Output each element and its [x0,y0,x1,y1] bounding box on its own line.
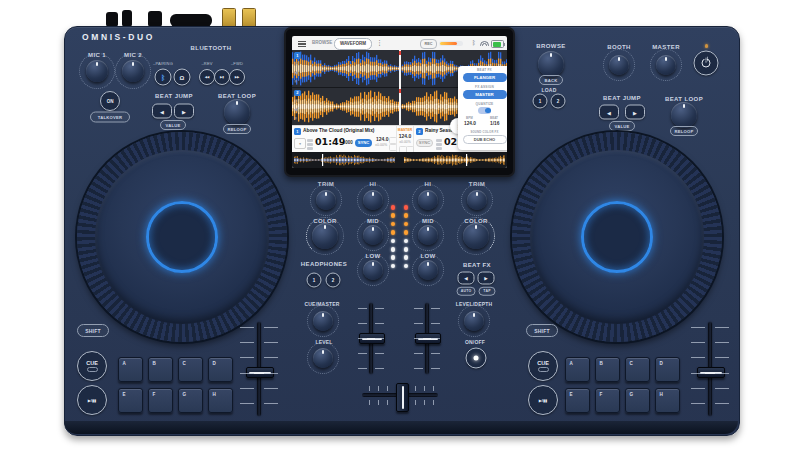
deck1-time: 01:49 [315,137,345,147]
grid-icon[interactable]: ≡ [295,117,298,122]
beat-loop-knob-right[interactable] [671,102,697,128]
quantize-toggle[interactable] [478,107,491,114]
cue-button-left[interactable]: CUE [77,351,107,381]
touchscreen[interactable]: BROWSE WAVEFORM ⋮ REC ᛒ 1 ◎ ◀| ≡ 2 ◎ ◀| … [292,36,507,168]
jog-face-left[interactable] [95,150,269,324]
performance-pad-c[interactable]: C [178,357,203,382]
low-knob-2[interactable] [418,260,438,280]
mic-on-button[interactable]: ON [100,91,120,111]
performance-pad-d[interactable]: D [208,357,233,382]
low-knob-1[interactable] [363,260,383,280]
beat-fx-back-button[interactable]: ◀ [458,272,475,285]
bluetooth-rev-button[interactable]: ◀◀ [199,69,215,85]
performance-pad-d[interactable]: D [655,357,680,382]
hi-knob-1[interactable] [363,190,383,210]
shift-button-right[interactable]: SHIFT [526,324,558,337]
crossfader-handle[interactable] [396,383,409,412]
deck1-sync-button[interactable]: SYNC [355,139,372,147]
beat-jump-back-button-left[interactable]: ◀ [152,104,172,119]
fader-tick [691,327,705,328]
fx-assign-button[interactable]: MASTER [463,90,507,100]
mid-knob-2[interactable] [418,225,438,245]
sound-color-fx-button[interactable]: DUB ECHO [463,135,507,144]
deck1-collapse-button[interactable]: ▼ [294,138,306,149]
beat-jump-icon[interactable]: ◀| [294,108,299,113]
beat-fx-fwd-button[interactable]: ▶ [478,272,495,285]
hi-knob-2[interactable] [418,190,438,210]
more-menu-icon[interactable]: ⋮ [376,39,383,46]
beat-jump-back-button-right[interactable]: ◀ [599,105,619,120]
bluetooth-playpause-button[interactable]: ▶▮ [214,69,230,85]
deck1-rail-badge: 1 [294,52,301,59]
deck2-sync-button[interactable]: SYNC [416,139,433,147]
crossfader-tick [433,400,434,405]
mid-knob-1[interactable] [363,225,383,245]
jog-wheel-right[interactable] [512,132,722,342]
color-knob-2[interactable] [463,223,489,249]
performance-pad-g[interactable]: G [625,388,650,413]
beat-loop-knob-left[interactable] [224,99,250,125]
beat-marker-deck2 [399,89,401,93]
cue-master-knob[interactable] [313,311,333,331]
performance-pad-a[interactable]: A [565,357,590,382]
performance-pad-f[interactable]: F [148,388,173,413]
trim-knob-2[interactable] [467,190,487,210]
fwd-label: –FWD [231,62,243,66]
load-1-button[interactable]: 1 [533,94,548,109]
performance-pad-g[interactable]: G [178,388,203,413]
performance-pad-b[interactable]: B [148,357,173,382]
booth-knob[interactable] [609,55,629,75]
beat-jump-icon[interactable]: ◀| [294,71,299,76]
beat-jump-fwd-button-left[interactable]: ▶ [174,104,194,119]
play-pause-button-right[interactable]: ▶/▮▮ [528,385,558,415]
crossfader-tick [369,386,370,391]
bluetooth-fwd-button[interactable]: ▶▶ [229,69,245,85]
performance-pad-h[interactable]: H [655,388,680,413]
master-knob[interactable] [656,55,676,75]
hot-cue-icon[interactable]: ◎ [295,99,299,104]
fx-level-depth-knob[interactable] [464,311,484,331]
wifi-status-icon [480,40,489,46]
performance-pad-f[interactable]: F [595,388,620,413]
performance-pad-a[interactable]: A [118,357,143,382]
browse-knob[interactable] [538,51,564,77]
menu-icon[interactable] [298,41,306,47]
rec-button[interactable]: REC [420,39,437,49]
shift-button-left[interactable]: SHIFT [77,324,109,337]
play-pause-button-left[interactable]: ▶/▮▮ [77,385,107,415]
tab-waveform[interactable]: WAVEFORM [334,38,372,51]
cue-button-right[interactable]: CUE [528,351,558,381]
jog-face-right[interactable] [530,150,704,324]
deck1-track-title[interactable]: Above The Cloud (Original Mix) [303,129,374,134]
performance-pad-c[interactable]: C [625,357,650,382]
rev-label: –REV [201,62,212,66]
deck2-overview-waveform[interactable] [404,154,505,166]
performance-pad-e[interactable]: E [565,388,590,413]
tab-browse[interactable]: BROWSE [312,41,332,46]
load-2-button[interactable]: 2 [551,94,566,109]
beat-jump-fwd-button-right[interactable]: ▶ [625,105,645,120]
mic1-knob[interactable] [86,60,108,82]
performance-pad-h[interactable]: H [208,388,233,413]
mic2-knob[interactable] [122,60,144,82]
trim-knob-1[interactable] [316,190,336,210]
deck1-overview-waveform[interactable] [294,154,395,166]
grid-icon[interactable]: ≡ [295,80,298,85]
fader-tick [264,357,278,358]
performance-pad-b[interactable]: B [595,357,620,382]
bluetooth-pairing-button[interactable]: ᛒ [155,69,172,86]
tap-label: TAP [479,287,496,296]
rear-jack-port [122,10,132,27]
fx-on-off-button[interactable] [466,348,487,369]
performance-pad-e[interactable]: E [118,388,143,413]
headphones-level-knob[interactable] [313,348,333,368]
power-button[interactable] [694,51,719,76]
headphones-cue-1-button[interactable]: 1 [307,273,322,288]
color-knob-1[interactable] [312,223,338,249]
headphones-cue-2-button[interactable]: 2 [326,273,341,288]
bluetooth-monitor-button[interactable]: Ω [174,69,191,86]
waveform-zone[interactable]: 1 ◎ ◀| ≡ 2 ◎ ◀| ≡ ⋮ BEAT FX FLANGER FX A… [292,50,507,125]
jog-wheel-left[interactable] [77,132,287,342]
hot-cue-icon[interactable]: ◎ [295,62,299,67]
fx-select-button[interactable]: FLANGER [463,73,507,83]
